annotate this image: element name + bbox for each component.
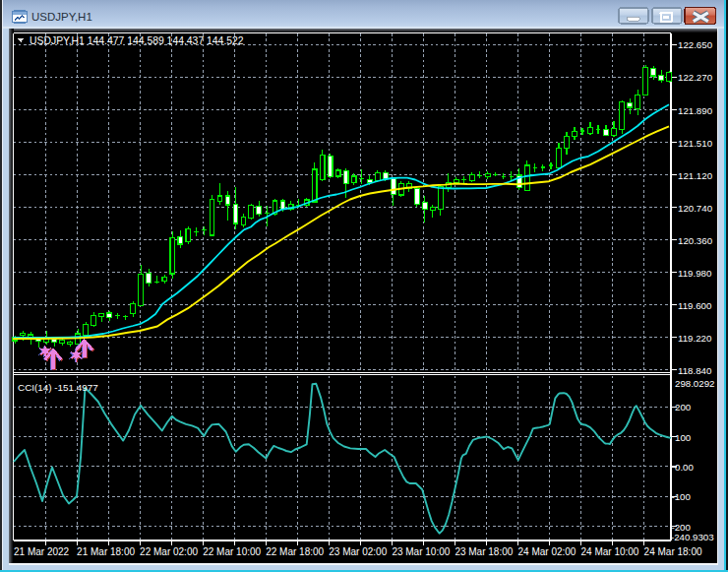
svg-text:0.00: 0.00	[675, 462, 694, 473]
svg-text:23 Mar 10:00: 23 Mar 10:00	[392, 546, 450, 557]
svg-text:122.270: 122.270	[678, 72, 713, 83]
svg-text:USDJPY,H1: USDJPY,H1	[31, 11, 92, 23]
svg-text:119.220: 119.220	[678, 333, 712, 344]
svg-text:USDJPY,H1 144.477 144.589 144.: USDJPY,H1 144.477 144.589 144.437 144.52…	[30, 35, 244, 46]
svg-text:24 Mar 18:00: 24 Mar 18:00	[644, 546, 702, 557]
svg-text:24 Mar 02:00: 24 Mar 02:00	[518, 546, 576, 557]
svg-text:121.890: 121.890	[678, 105, 713, 116]
svg-text:CCI(14) -151.4977: CCI(14) -151.4977	[18, 382, 98, 393]
svg-text:122.650: 122.650	[678, 39, 713, 50]
svg-text:22 Mar 02:00: 22 Mar 02:00	[140, 546, 198, 557]
svg-text:23 Mar 02:00: 23 Mar 02:00	[329, 546, 387, 557]
svg-text:120.740: 120.740	[678, 203, 713, 214]
svg-text:118.840: 118.840	[678, 365, 712, 376]
svg-text:121.120: 121.120	[678, 170, 713, 181]
svg-text:-240.9303: -240.9303	[671, 532, 714, 542]
svg-text:298.0292: 298.0292	[675, 378, 714, 389]
svg-text:121.510: 121.510	[678, 138, 713, 149]
svg-text:22 Mar 18:00: 22 Mar 18:00	[266, 546, 324, 557]
svg-text:23 Mar 18:00: 23 Mar 18:00	[455, 546, 513, 557]
svg-text:200: 200	[675, 402, 692, 413]
svg-text:21 Mar 2022: 21 Mar 2022	[14, 546, 70, 557]
svg-text:120.360: 120.360	[678, 235, 713, 246]
svg-text:119.980: 119.980	[678, 268, 712, 279]
svg-text:22 Mar 10:00: 22 Mar 10:00	[203, 546, 261, 557]
svg-text:119.600: 119.600	[678, 300, 712, 311]
svg-text:100: 100	[675, 432, 692, 443]
svg-text:-100: -100	[672, 491, 692, 502]
svg-text:21 Mar 18:00: 21 Mar 18:00	[77, 546, 135, 557]
svg-text:24 Mar 10:00: 24 Mar 10:00	[581, 546, 639, 557]
